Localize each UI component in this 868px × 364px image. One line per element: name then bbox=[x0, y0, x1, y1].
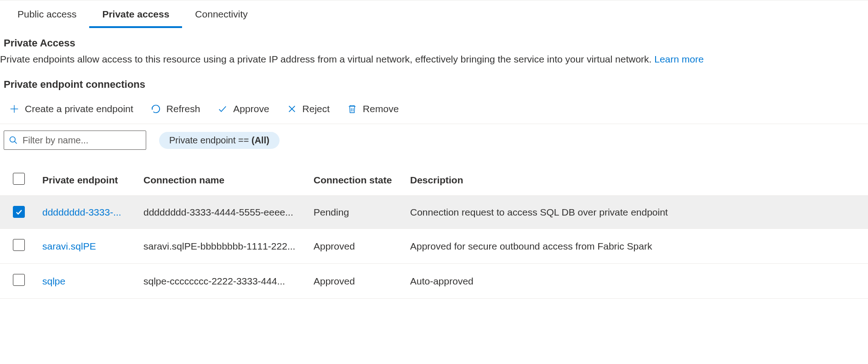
select-all-checkbox[interactable] bbox=[13, 173, 25, 185]
approve-button[interactable]: Approve bbox=[216, 102, 271, 116]
private-endpoint-link[interactable]: saravi.sqlPE bbox=[42, 241, 96, 251]
description-cell: Auto-approved bbox=[405, 264, 868, 299]
x-icon bbox=[287, 104, 297, 114]
approve-button-label: Approve bbox=[233, 103, 269, 114]
table-header-row: Private endpoint Connection name Connect… bbox=[0, 165, 868, 196]
table-row[interactable]: dddddddd-3333-... dddddddd-3333-4444-555… bbox=[0, 196, 868, 229]
row-checkbox[interactable] bbox=[13, 206, 25, 218]
row-checkbox[interactable] bbox=[13, 239, 25, 251]
description-cell: Approved for secure outbound access from… bbox=[405, 229, 868, 264]
tabs: Public access Private access Connectivit… bbox=[0, 0, 868, 28]
filter-pill-prefix: Private endpoint == bbox=[169, 135, 251, 145]
create-button-label: Create a private endpoint bbox=[25, 103, 133, 114]
connection-state-cell: Approved bbox=[308, 229, 405, 264]
check-icon bbox=[217, 104, 228, 114]
connection-state-cell: Pending bbox=[308, 196, 405, 229]
create-private-endpoint-button[interactable]: Create a private endpoint bbox=[7, 102, 135, 116]
connection-name-cell: saravi.sqlPE-bbbbbbbb-1111-222... bbox=[138, 229, 308, 264]
section-description: Private endpoints allow access to this r… bbox=[0, 54, 868, 79]
refresh-button[interactable]: Refresh bbox=[149, 102, 202, 116]
checkmark-icon bbox=[15, 208, 23, 216]
remove-button-label: Remove bbox=[363, 103, 399, 114]
reject-button[interactable]: Reject bbox=[285, 102, 332, 116]
tab-private-access[interactable]: Private access bbox=[89, 0, 182, 28]
description-cell: Connection request to access SQL DB over… bbox=[405, 196, 868, 229]
learn-more-link[interactable]: Learn more bbox=[654, 54, 703, 64]
table-row[interactable]: saravi.sqlPE saravi.sqlPE-bbbbbbbb-1111-… bbox=[0, 229, 868, 264]
filter-input-wrap[interactable] bbox=[4, 131, 146, 150]
section-description-text: Private endpoints allow access to this r… bbox=[0, 54, 654, 64]
filter-row: Private endpoint == (All) bbox=[0, 124, 868, 156]
col-header-description[interactable]: Description bbox=[405, 165, 868, 196]
connection-name-cell: dddddddd-3333-4444-5555-eeee... bbox=[138, 196, 308, 229]
tab-public-access[interactable]: Public access bbox=[5, 0, 89, 28]
reject-button-label: Reject bbox=[303, 103, 330, 114]
svg-line-7 bbox=[15, 142, 17, 144]
filter-pill-private-endpoint[interactable]: Private endpoint == (All) bbox=[159, 132, 280, 149]
refresh-icon bbox=[151, 104, 161, 114]
svg-point-6 bbox=[10, 137, 16, 142]
col-header-select bbox=[0, 165, 37, 196]
toolbar: Create a private endpoint Refresh Approv… bbox=[0, 98, 868, 124]
row-checkbox[interactable] bbox=[13, 274, 25, 286]
subsection-title: Private endpoint connections bbox=[4, 79, 868, 98]
private-endpoint-link[interactable]: sqlpe bbox=[42, 276, 65, 286]
private-endpoint-link[interactable]: dddddddd-3333-... bbox=[42, 207, 121, 217]
connection-state-cell: Approved bbox=[308, 264, 405, 299]
connection-name-cell: sqlpe-cccccccc-2222-3333-444... bbox=[138, 264, 308, 299]
tab-connectivity[interactable]: Connectivity bbox=[182, 0, 260, 28]
remove-button[interactable]: Remove bbox=[345, 102, 400, 116]
col-header-connection-name[interactable]: Connection name bbox=[138, 165, 308, 196]
col-header-connection-state[interactable]: Connection state bbox=[308, 165, 405, 196]
section-title: Private Access bbox=[4, 37, 868, 54]
search-icon bbox=[9, 136, 18, 145]
filter-pill-value: (All) bbox=[251, 135, 269, 145]
private-endpoints-table: Private endpoint Connection name Connect… bbox=[0, 165, 868, 299]
col-header-private-endpoint[interactable]: Private endpoint bbox=[37, 165, 138, 196]
plus-icon bbox=[9, 104, 19, 114]
refresh-button-label: Refresh bbox=[166, 103, 200, 114]
trash-icon bbox=[347, 104, 357, 114]
table-row[interactable]: sqlpe sqlpe-cccccccc-2222-3333-444... Ap… bbox=[0, 264, 868, 299]
filter-input[interactable] bbox=[23, 135, 141, 146]
